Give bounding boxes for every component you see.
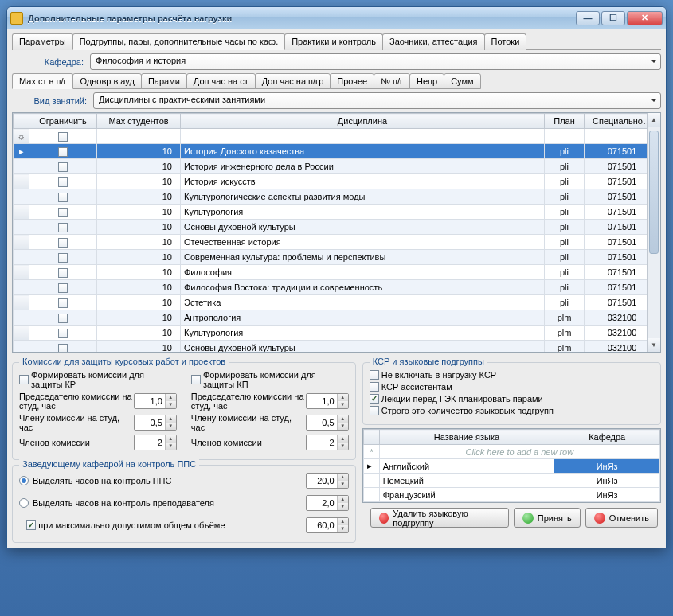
row-checkbox[interactable] [58, 162, 68, 172]
filter-checkbox[interactable] [58, 132, 68, 142]
form-kp-checkbox[interactable] [191, 375, 201, 384]
sub-tab-4[interactable]: Доп час на п/гр [255, 73, 331, 89]
table-row[interactable]: 10Основы духовной культурыpli071501 [14, 220, 660, 235]
pred-input[interactable] [135, 394, 165, 408]
count2-spin[interactable]: ▲▼ [306, 435, 349, 450]
opt-pps-radio[interactable] [19, 476, 29, 485]
pred2-spin[interactable]: ▲▼ [306, 393, 349, 409]
table-row[interactable]: 10Отечественная историяpli071501 [14, 235, 660, 250]
sub-tab-1[interactable]: Одновр в ауд [72, 73, 141, 89]
lang-row[interactable]: ФранцузскийИнЯз [363, 488, 659, 502]
table-row[interactable]: 10Эстетикаpli071501 [14, 295, 660, 310]
col-limit[interactable]: Ограничить [29, 114, 97, 129]
cell-disc: Современная культура: проблемы и перспек… [181, 250, 545, 265]
lang-col-name[interactable]: Название языка [379, 430, 554, 445]
add-row[interactable]: *Click here to add a new row [363, 445, 659, 459]
strict-checkbox[interactable] [370, 406, 379, 415]
table-row[interactable]: 10Основы духовной культурыplm032100 [14, 341, 660, 353]
v2-spin[interactable]: ▲▼ [306, 495, 349, 511]
row-checkbox[interactable] [58, 329, 68, 338]
row-checkbox[interactable] [58, 268, 68, 278]
cell-max: 10 [97, 310, 181, 326]
table-row[interactable]: 10Культурологияpli071501 [14, 205, 660, 220]
scroll-up-icon[interactable]: ▲ [648, 113, 660, 127]
count-spin[interactable]: ▲▼ [134, 435, 177, 450]
pred2-input[interactable] [307, 394, 337, 408]
main-tab-4[interactable]: Потоки [484, 33, 527, 50]
col-disc[interactable]: Дисциплина [181, 114, 545, 129]
sub-tab-6[interactable]: № п/г [374, 73, 410, 89]
sub-tab-3[interactable]: Доп час на ст [186, 73, 256, 89]
close-button[interactable]: ✕ [627, 11, 663, 25]
row-checkbox[interactable] [58, 314, 68, 323]
main-tab-2[interactable]: Практики и контроль [284, 33, 383, 50]
kafedra-combo[interactable]: Философия и история [90, 53, 661, 70]
lang-col-kaf[interactable]: Кафедра [554, 430, 660, 445]
table-row[interactable]: 10Философияpli071501 [14, 265, 660, 280]
sub-tab-0[interactable]: Мах ст в п/г [12, 73, 73, 89]
table-row[interactable]: 10Современная культура: проблемы и персп… [14, 250, 660, 265]
v1-input[interactable] [307, 474, 337, 488]
sub-tab-8[interactable]: Сумм [444, 73, 480, 89]
row-checkbox[interactable] [58, 208, 68, 217]
ksr-ass-checkbox[interactable] [370, 382, 379, 392]
table-row[interactable]: 10Культурологияplm032100 [14, 326, 660, 341]
chlen2-input[interactable] [307, 415, 337, 430]
form-kr-checkbox[interactable] [19, 375, 29, 384]
delete-lang-button[interactable]: Удалить языковую подгруппу [370, 508, 509, 528]
lection-checkbox[interactable] [370, 394, 379, 404]
titlebar[interactable]: Дополнительные параметры расчёта нагрузк… [7, 7, 666, 29]
table-row[interactable]: 10История искусствpli071501 [14, 174, 660, 189]
ok-button[interactable]: Принять [514, 508, 581, 528]
cell-plan: pli [545, 280, 585, 295]
opt-teacher-radio[interactable] [19, 498, 29, 508]
chlen-spin[interactable]: ▲▼ [134, 415, 177, 431]
count2-input[interactable] [307, 435, 337, 450]
count-input[interactable] [135, 435, 165, 450]
grid-scrollbar[interactable]: ▲ ▼ [647, 113, 660, 352]
chlen-input[interactable] [135, 415, 165, 430]
maximize-button[interactable]: ☐ [601, 11, 625, 25]
row-checkbox[interactable] [58, 283, 68, 293]
scroll-down-icon[interactable]: ▼ [648, 338, 660, 352]
main-tab-1[interactable]: Подгруппы, пары, дополнительные часы по … [72, 33, 286, 50]
disciplines-grid[interactable]: Ограничить Мах студентов Дисциплина План… [12, 112, 661, 353]
row-checkbox[interactable] [58, 298, 68, 308]
row-checkbox[interactable] [58, 177, 68, 187]
cancel-button[interactable]: Отменить [585, 508, 658, 528]
row-checkbox[interactable] [58, 238, 68, 248]
language-grid[interactable]: Название языка Кафедра *Click here to ad… [362, 428, 661, 503]
col-max[interactable]: Мах студентов [97, 114, 181, 129]
v3-input[interactable] [307, 518, 337, 532]
sub-tab-2[interactable]: Парами [141, 73, 187, 89]
v3-spin[interactable]: ▲▼ [306, 517, 349, 533]
minimize-button[interactable]: — [576, 11, 600, 25]
sub-tab-5[interactable]: Прочее [330, 73, 374, 89]
v1-spin[interactable]: ▲▼ [306, 473, 349, 489]
max-vol-checkbox[interactable] [26, 520, 36, 530]
sub-tab-7[interactable]: Непр [409, 73, 444, 89]
v2-input[interactable] [307, 496, 337, 510]
lang-name: Немецкий [379, 474, 554, 488]
main-tab-3[interactable]: Заочники, аттестация [382, 33, 485, 50]
pred-spin[interactable]: ▲▼ [134, 393, 177, 409]
table-row[interactable]: 10Антропологияplm032100 [14, 310, 660, 326]
row-checkbox[interactable] [58, 344, 68, 353]
scroll-thumb[interactable] [649, 131, 659, 254]
table-row[interactable]: 10История инженерного дела в Россииpli07… [14, 159, 660, 174]
table-row[interactable]: 10Философия Востока: традиции и современ… [14, 280, 660, 295]
lang-row[interactable]: ▸АнглийскийИнЯз [363, 459, 659, 474]
lang-row[interactable]: НемецкийИнЯз [363, 474, 659, 488]
row-checkbox[interactable] [58, 147, 68, 157]
table-row[interactable]: ▸10История Донского казачестваpli071501 [14, 144, 660, 159]
vid-combo[interactable]: Дисциплины с практическими занятиями [93, 92, 661, 109]
col-plan[interactable]: План [545, 114, 585, 129]
chlen2-spin[interactable]: ▲▼ [306, 415, 349, 431]
no-ksr-checkbox[interactable] [370, 370, 379, 380]
main-tab-0[interactable]: Параметры [12, 33, 73, 50]
row-checkbox[interactable] [58, 253, 68, 263]
table-row[interactable]: 10Культурологические аспекты развития мо… [14, 189, 660, 205]
row-checkbox[interactable] [58, 223, 68, 232]
lang-name: Французский [379, 488, 554, 502]
row-checkbox[interactable] [58, 193, 68, 202]
